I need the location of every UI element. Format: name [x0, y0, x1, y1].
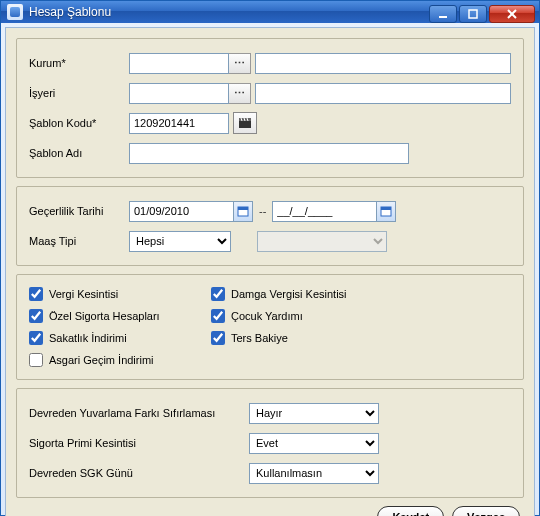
ellipsis-icon: ⋯ — [234, 88, 246, 99]
isyeri-desc-input[interactable] — [255, 83, 511, 104]
chk-label: Özel Sigorta Hesapları — [49, 310, 160, 322]
group-identity: Kurum* ⋯ İşyeri ⋯ Şablon Kodu* — [16, 38, 524, 178]
calendar-icon — [237, 205, 249, 217]
svg-rect-0 — [439, 16, 447, 18]
maas-tipi-select[interactable]: Hepsi — [129, 231, 231, 252]
chk-damga-vergisi[interactable]: Damga Vergisi Kesintisi — [211, 287, 511, 301]
chk-label: Çocuk Yardımı — [231, 310, 303, 322]
window-title: Hesap Şablonu — [29, 5, 111, 19]
kurum-input[interactable] — [129, 53, 229, 74]
sablon-kodu-label: Şablon Kodu* — [29, 117, 129, 129]
chk-ters-bakiye[interactable]: Ters Bakiye — [211, 331, 511, 345]
chk-label: Damga Vergisi Kesintisi — [231, 288, 347, 300]
date-to-input[interactable] — [272, 201, 376, 222]
chk-damga-vergisi-box[interactable] — [211, 287, 225, 301]
sablon-adi-label: Şablon Adı — [29, 147, 129, 159]
chk-vergi-kesintisi[interactable]: Vergi Kesintisi — [29, 287, 199, 301]
calendar-icon — [380, 205, 392, 217]
chk-label: Ters Bakiye — [231, 332, 288, 344]
opt1-select[interactable]: Hayır — [249, 403, 379, 424]
maximize-button[interactable] — [459, 5, 487, 23]
ellipsis-icon: ⋯ — [234, 58, 246, 69]
sablon-kodu-action-button[interactable] — [233, 112, 257, 134]
group-validity: Geçerlilik Tarihi -- Maaş Tipi — [16, 186, 524, 266]
chk-vergi-kesintisi-box[interactable] — [29, 287, 43, 301]
opt3-select[interactable]: Kullanılmasın — [249, 463, 379, 484]
client-area: Kurum* ⋯ İşyeri ⋯ Şablon Kodu* — [5, 27, 535, 516]
date-from-input[interactable] — [129, 201, 233, 222]
close-icon — [506, 9, 518, 19]
group-options: Vergi Kesintisi Damga Vergisi Kesintisi … — [16, 274, 524, 380]
group-settings: Devreden Yuvarlama Farkı Sıfırlaması Hay… — [16, 388, 524, 498]
isyeri-label: İşyeri — [29, 87, 129, 99]
chk-ozel-sigorta[interactable]: Özel Sigorta Hesapları — [29, 309, 199, 323]
footer: Kaydet Vazgeç — [16, 506, 524, 516]
minimize-icon — [438, 9, 448, 19]
date-from-picker-button[interactable] — [233, 201, 253, 222]
chk-ters-bakiye-box[interactable] — [211, 331, 225, 345]
sablon-kodu-input[interactable] — [129, 113, 229, 134]
opt3-label: Devreden SGK Günü — [29, 467, 249, 479]
cancel-button[interactable]: Vazgeç — [452, 506, 520, 516]
gecerlilik-label: Geçerlilik Tarihi — [29, 205, 129, 217]
sablon-adi-input[interactable] — [129, 143, 409, 164]
chk-ozel-sigorta-box[interactable] — [29, 309, 43, 323]
save-button[interactable]: Kaydet — [377, 506, 444, 516]
chk-asgari-gecim-box[interactable] — [29, 353, 43, 367]
svg-rect-4 — [239, 121, 251, 128]
secondary-select — [257, 231, 387, 252]
svg-rect-1 — [469, 10, 477, 18]
date-separator: -- — [259, 205, 266, 217]
maximize-icon — [468, 9, 478, 19]
opt2-select[interactable]: Evet — [249, 433, 379, 454]
isyeri-input[interactable] — [129, 83, 229, 104]
opt2-label: Sigorta Primi Kesintisi — [29, 437, 249, 449]
chk-cocuk-yardimi-box[interactable] — [211, 309, 225, 323]
opt1-label: Devreden Yuvarlama Farkı Sıfırlaması — [29, 407, 249, 419]
chk-sakatlik-indirimi-box[interactable] — [29, 331, 43, 345]
kurum-desc-input[interactable] — [255, 53, 511, 74]
chk-label: Sakatlık İndirimi — [49, 332, 127, 344]
app-window: Hesap Şablonu Kurum* ⋯ — [0, 0, 540, 516]
app-icon — [7, 4, 23, 20]
clapper-icon — [238, 117, 252, 129]
chk-label: Vergi Kesintisi — [49, 288, 118, 300]
chk-sakatlik-indirimi[interactable]: Sakatlık İndirimi — [29, 331, 199, 345]
chk-cocuk-yardimi[interactable]: Çocuk Yardımı — [211, 309, 511, 323]
svg-rect-10 — [238, 207, 248, 210]
svg-rect-12 — [381, 207, 391, 210]
chk-label: Asgari Geçim İndirimi — [49, 354, 154, 366]
chk-asgari-gecim[interactable]: Asgari Geçim İndirimi — [29, 353, 199, 367]
kurum-lookup-button[interactable]: ⋯ — [229, 53, 251, 74]
close-button[interactable] — [489, 5, 535, 23]
maas-tipi-label: Maaş Tipi — [29, 235, 129, 247]
minimize-button[interactable] — [429, 5, 457, 23]
title-bar: Hesap Şablonu — [1, 1, 539, 23]
isyeri-lookup-button[interactable]: ⋯ — [229, 83, 251, 104]
date-to-picker-button[interactable] — [376, 201, 396, 222]
kurum-label: Kurum* — [29, 57, 129, 69]
